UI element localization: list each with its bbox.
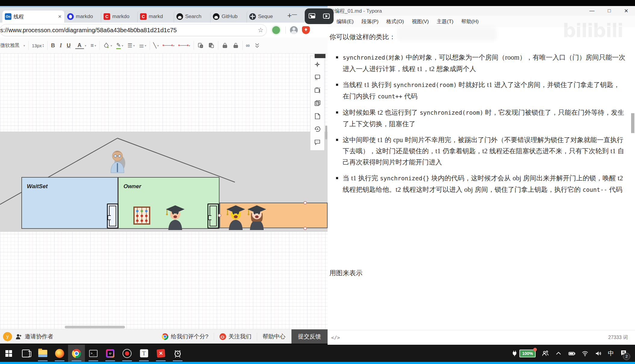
stepper-arrows-icon[interactable]: ▴▾ — [43, 43, 44, 48]
chevron-up-icon[interactable] — [555, 350, 562, 357]
browser-tab[interactable]: markdo — [101, 11, 137, 23]
bold-button[interactable]: B — [49, 42, 58, 49]
browser-tab[interactable]: Seque — [247, 11, 283, 23]
chrome-icon[interactable] — [68, 345, 85, 362]
connector-icon[interactable]: ╲▾ — [151, 42, 161, 49]
browser-tab[interactable]: Search — [174, 11, 210, 23]
abacus-icon[interactable] — [133, 206, 151, 226]
more-tools-icon[interactable] — [252, 42, 263, 49]
waitset-room[interactable]: WaitSet — [21, 177, 118, 229]
font-color-button[interactable]: A ▾ — [73, 42, 89, 49]
fill-color-icon[interactable]: ▾ — [101, 42, 114, 49]
menu-item[interactable]: 视图(V) — [412, 18, 429, 25]
link-icon[interactable]: ∞ — [244, 42, 252, 49]
maximize-button[interactable]: □ — [608, 8, 611, 14]
profile-icon[interactable] — [290, 26, 298, 34]
terminal-icon[interactable] — [85, 345, 102, 362]
volume-icon[interactable] — [595, 350, 602, 357]
red-x-app-icon[interactable] — [152, 345, 169, 362]
dash-style-icon[interactable]: ⚌▾ — [137, 42, 148, 49]
typora-scrollbar-thumb[interactable] — [631, 113, 634, 133]
url-bar[interactable]: s://www.processon.com/diagraming/58a6a43… — [0, 24, 267, 36]
fav-github-favicon — [176, 13, 183, 20]
ime-indicator[interactable]: 中 — [608, 349, 614, 357]
door-icon[interactable] — [207, 204, 219, 229]
canvas-scrollbar-thumb[interactable] — [315, 54, 325, 58]
font-size-stepper[interactable]: 13px ▴▾ — [30, 43, 46, 48]
lock-icon[interactable] — [219, 42, 230, 49]
rate-us-button[interactable]: 给我们评个分? — [156, 329, 214, 344]
pip-icon[interactable] — [308, 12, 316, 20]
student-emoji[interactable] — [165, 203, 186, 230]
minimize-button[interactable]: — — [589, 8, 594, 14]
browser-tab[interactable]: markdo — [64, 11, 101, 23]
firefox-icon[interactable] — [51, 345, 68, 362]
underline-button[interactable]: U — [64, 42, 73, 49]
student-yellow-emoji[interactable] — [225, 203, 246, 230]
menu-item[interactable]: 编辑(E) — [337, 18, 354, 25]
avatar[interactable]: y — [3, 332, 12, 341]
unlock-icon[interactable] — [230, 42, 241, 49]
new-tab-button[interactable]: + — [287, 11, 292, 20]
source-code-mode-icon[interactable]: </> — [331, 335, 340, 341]
help-center-button[interactable]: 帮助中心 — [257, 329, 291, 344]
slides-icon[interactable] — [314, 100, 321, 107]
door-icon[interactable] — [107, 204, 118, 229]
bring-front-icon[interactable] — [195, 42, 206, 49]
battery-widget[interactable]: 100% — [511, 350, 536, 357]
comment-icon[interactable] — [314, 138, 321, 146]
italic-button[interactable]: I — [58, 42, 64, 49]
typora-icon[interactable] — [135, 345, 152, 362]
running-indicator — [156, 360, 166, 361]
recorder-icon[interactable] — [119, 345, 135, 362]
selection-handle[interactable] — [303, 201, 307, 204]
notification-icon[interactable]: 2 — [620, 349, 627, 358]
history-icon[interactable] — [314, 126, 321, 133]
text-segment: 仍拿着钥匙， — [441, 147, 482, 155]
browser-tab[interactable]: 线程× — [2, 11, 64, 23]
close-button[interactable]: ✕ — [624, 8, 628, 14]
shield-icon[interactable] — [302, 26, 310, 34]
canvas-horizontal-scrollbar[interactable] — [65, 326, 125, 328]
people-icon[interactable] — [542, 350, 549, 357]
pen-color-icon[interactable]: ✎▾ — [114, 42, 125, 49]
send-back-icon[interactable] — [206, 42, 217, 49]
format-fx-icon[interactable]: fx — [314, 74, 321, 81]
person-figure[interactable] — [105, 145, 130, 174]
canvas-vertical-scrollbar[interactable] — [325, 126, 327, 139]
font-select[interactable]: 微软雅黑 ▾ — [0, 42, 27, 49]
intellij-icon[interactable] — [102, 345, 119, 362]
diagram-canvas[interactable]: WaitSet Owner — [0, 53, 328, 329]
align-button[interactable]: ≡▾ — [89, 42, 98, 49]
file-explorer-icon[interactable] — [34, 345, 51, 362]
new-page-icon[interactable] — [314, 113, 321, 120]
video-sparkle-icon[interactable] — [322, 12, 330, 20]
battery-icon[interactable] — [568, 350, 575, 357]
submit-feedback-button[interactable]: 提交反馈 — [291, 329, 328, 344]
selection-handle[interactable] — [218, 214, 221, 217]
tab-close-icon[interactable]: × — [58, 13, 62, 20]
student-girl-emoji[interactable] — [246, 203, 267, 230]
menu-item[interactable]: 格式(O) — [386, 18, 404, 25]
menu-item[interactable]: 主题(T) — [437, 18, 453, 25]
follow-us-button[interactable]: 关注我们 — [214, 329, 257, 344]
resize-page-icon[interactable] — [314, 87, 321, 94]
line-style-icon[interactable]: ☰▾ — [125, 42, 137, 49]
wifi-icon[interactable] — [581, 350, 589, 357]
pan-tool-icon[interactable] — [314, 61, 321, 68]
selection-handle[interactable] — [303, 227, 307, 230]
task-view-button[interactable] — [17, 345, 34, 362]
alarm-clock-icon[interactable] — [169, 345, 186, 362]
minimize-button[interactable]: — — [292, 11, 297, 18]
menu-item[interactable]: 帮助(H) — [461, 18, 479, 25]
browser-tab[interactable]: markd — [137, 11, 174, 23]
line2-icon[interactable]: ▾ — [177, 44, 192, 47]
star-icon[interactable]: ☆ — [258, 26, 266, 34]
line-icon[interactable]: ▾ — [161, 44, 177, 47]
browser-tab[interactable]: GitHub — [210, 11, 247, 23]
extension-green-icon[interactable] — [271, 25, 281, 35]
menu-item[interactable]: 段落(P) — [361, 18, 378, 25]
markdown-content[interactable]: 你可以做这样的类比： synchronized(对象) 中的对象，可以想象为一个… — [328, 27, 635, 278]
invite-collaborator-button[interactable]: 邀请协作者 — [25, 333, 53, 341]
start-button[interactable] — [0, 345, 17, 362]
